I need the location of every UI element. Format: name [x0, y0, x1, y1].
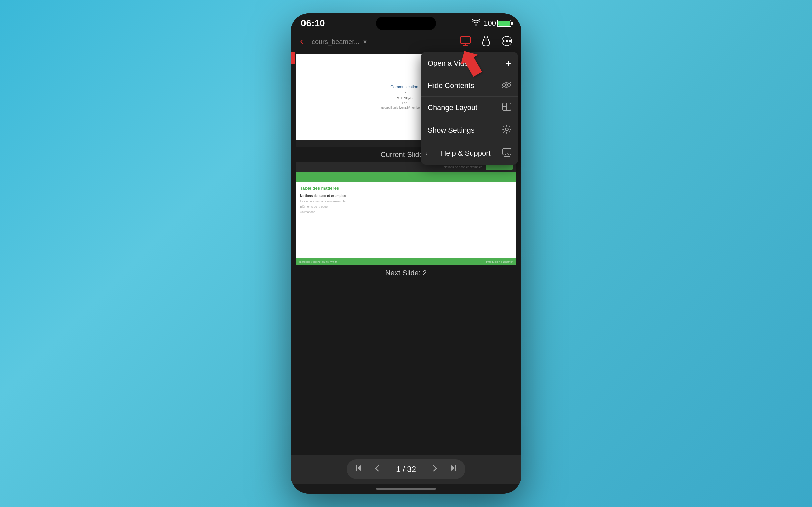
battery-text: 100: [484, 19, 496, 28]
status-time: 06:10: [301, 18, 325, 29]
battery-fill: [499, 21, 510, 26]
bookmark-indicator: [291, 52, 296, 64]
page-indicator: 1 / 32: [386, 463, 426, 475]
battery-body: [497, 20, 511, 27]
help-icon: [503, 148, 511, 159]
wifi-icon: [472, 19, 480, 28]
back-button[interactable]: ‹: [298, 34, 306, 48]
slide-2-item-2: La diaporama dans son ensemble: [300, 200, 512, 203]
bottom-nav: 1 / 32: [291, 455, 521, 484]
svg-point-2: [506, 40, 508, 42]
home-indicator: [291, 484, 521, 494]
nav-pill: 1 / 32: [347, 459, 465, 479]
menu-item-show-settings-label: Show Settings: [428, 126, 475, 135]
slide-2-footer: marc.bailly-bechet@univ-lyml.fr Introduc…: [296, 258, 516, 265]
settings-icon: [503, 125, 511, 136]
nav-icons: [458, 35, 514, 47]
menu-item-open-video[interactable]: Open a Video +: [421, 52, 518, 75]
status-icons: 100: [472, 19, 511, 28]
phone-frame: 06:10 100 ‹ cours_beamer: [291, 13, 521, 494]
eye-icon: [502, 81, 511, 91]
next-slide-label: Next Slide: 2: [291, 265, 521, 281]
prev-button[interactable]: [369, 463, 386, 476]
slide-2-footer-right: Introduction à Beamer: [486, 260, 512, 263]
slide-2-item-3: Éléments de la page: [300, 205, 512, 209]
menu-item-change-layout[interactable]: Change Layout: [421, 97, 518, 119]
layout-icon: [503, 103, 511, 113]
skip-forward-button[interactable]: [443, 462, 462, 476]
slide-2-item-1: Notions de base et exemples: [300, 194, 512, 198]
skip-back-button[interactable]: [350, 462, 369, 476]
status-bar: 06:10 100: [291, 13, 521, 32]
slide-2-container: Notions de base et exemples Table des ma…: [291, 162, 521, 265]
battery-indicator: 100: [484, 19, 511, 28]
nav-title: cours_beamer... ▾: [310, 36, 454, 46]
menu-item-help-support[interactable]: › Help & Support: [421, 142, 518, 165]
menu-item-show-settings[interactable]: Show Settings: [421, 119, 518, 142]
menu-item-change-layout-label: Change Layout: [428, 103, 477, 112]
menu-item-help-support-label: Help & Support: [441, 149, 491, 158]
slide-2-body: Table des matières Notions de base et ex…: [296, 182, 516, 220]
svg-rect-0: [460, 37, 470, 43]
svg-rect-15: [503, 149, 511, 155]
nav-bar: ‹ cours_beamer... ▾: [291, 32, 521, 52]
hand-button[interactable]: [478, 35, 494, 47]
slide-2-header: [296, 172, 516, 182]
svg-point-14: [506, 128, 508, 131]
chevron-icon: ›: [426, 150, 428, 157]
svg-point-3: [509, 40, 511, 42]
slide-2-footer-left: marc.bailly-bechet@univ-lyml.fr: [300, 260, 337, 263]
svg-rect-6: [356, 465, 357, 471]
menu-item-open-video-label: Open a Video: [428, 59, 472, 68]
monitor-button[interactable]: [458, 35, 473, 47]
svg-line-10: [503, 82, 510, 88]
next-button[interactable]: [426, 463, 443, 476]
slide-2: Table des matières Notions de base et ex…: [296, 172, 516, 265]
more-button[interactable]: [499, 35, 514, 47]
slide-2-item-4: Animations: [300, 211, 512, 214]
add-icon: +: [506, 58, 511, 69]
nav-chevron: ▾: [363, 38, 367, 45]
menu-item-hide-contents[interactable]: Hide Contents: [421, 75, 518, 97]
dropdown-menu: Open a Video + Hide Contents Change Layo…: [421, 52, 518, 165]
slide-2-title: Table des matières: [300, 186, 512, 191]
svg-marker-7: [451, 465, 455, 471]
home-bar: [376, 488, 436, 490]
menu-item-hide-contents-label: Hide Contents: [428, 81, 474, 90]
svg-point-1: [503, 40, 505, 42]
dynamic-island: [376, 17, 436, 30]
svg-rect-8: [455, 465, 456, 471]
svg-marker-5: [357, 465, 361, 471]
